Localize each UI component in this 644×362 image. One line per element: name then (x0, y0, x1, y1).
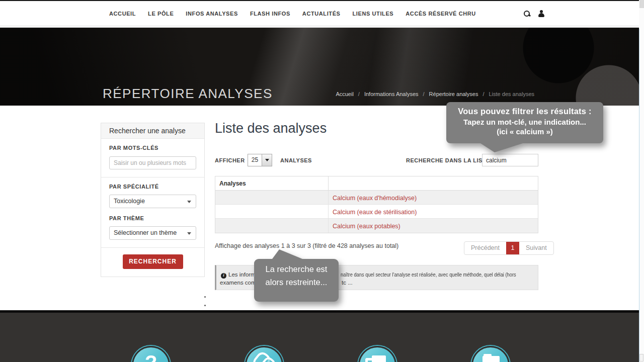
filter-tip-line3: (ici « calcium ») (446, 127, 603, 136)
hero-banner: RÉPERTOIRE ANALYSES Accueil / Informatio… (0, 28, 639, 106)
callout-tail (272, 249, 302, 259)
theme-label: PAR THÈME (109, 215, 196, 221)
analysis-link-potables[interactable]: Calcium (eaux potables) (333, 223, 400, 230)
results-summary: Affichage des analyses 1 à 3 sur 3 (filt… (215, 242, 398, 249)
theme-select[interactable]: Sélectionner un thème (109, 226, 196, 240)
info-text-fragment: naître dans quel secteur l'analyse est r… (341, 272, 516, 278)
artifact-dot (204, 305, 206, 306)
keywords-section: PAR MOTS-CLÉS (101, 139, 204, 177)
list-title: Liste des analyses (215, 121, 327, 136)
table-row: Calcium (eaux d'hémodialyse) (215, 191, 538, 205)
search-button[interactable]: RECHERCHER (123, 254, 183, 269)
search-panel: Rechercher une analyse PAR MOTS-CLÉS PAR… (101, 123, 205, 277)
specialty-label: PAR SPÉCIALITÉ (109, 184, 196, 190)
nav-le-pole[interactable]: LE PÔLE (148, 11, 174, 17)
footer-link-mug[interactable] (358, 346, 396, 362)
breadcrumb: Accueil / Informations Analyses / Répert… (336, 91, 534, 97)
footer-link-question[interactable] (132, 346, 170, 362)
breadcrumb-separator: / (423, 91, 425, 97)
breadcrumb-accueil[interactable]: Accueil (336, 91, 353, 97)
restrict-tip-line1: La recherche est (254, 264, 339, 274)
pagination-page-1[interactable]: 1 (506, 242, 519, 254)
page-size-value: 25 (248, 154, 262, 166)
keywords-label: PAR MOTS-CLÉS (109, 145, 196, 151)
nav-acces-reserve-chru[interactable]: ACCÈS RÉSERVÉ CHRU (406, 11, 476, 17)
list-filter-input[interactable] (482, 154, 538, 166)
analysis-link-sterilisation[interactable]: Calcium (eaux de stérilisation) (333, 209, 417, 216)
scrollbar (639, 0, 644, 362)
user-icon[interactable] (538, 10, 545, 18)
scrollbar-thumb[interactable] (639, 0, 644, 8)
breadcrumb-repertoire-analyses[interactable]: Répertoire analyses (429, 91, 478, 97)
pagination: Précédent 1 Suivant (464, 241, 554, 255)
table-row: Calcium (eaux de stérilisation) (215, 205, 538, 219)
search-icon[interactable] (523, 10, 531, 18)
table-row: Calcium (eaux potables) (215, 219, 538, 233)
chevron-down-icon (262, 154, 272, 166)
search-panel-title: Rechercher une analyse (101, 123, 204, 139)
footer-link-attachments[interactable] (245, 346, 283, 362)
breadcrumb-separator: / (482, 91, 484, 97)
filter-tip-callout: Vous pouvez filtrer les résultats : Tape… (446, 102, 603, 152)
page-size-select[interactable]: 25 (248, 154, 272, 166)
nav-infos-analyses[interactable]: INFOS ANALYSES (186, 11, 238, 17)
keywords-input[interactable] (109, 156, 196, 169)
pagination-previous[interactable]: Précédent (464, 242, 506, 254)
callout-tail (480, 143, 523, 152)
chevron-down-icon (187, 232, 191, 235)
theme-selected-value: Sélectionner un thème (114, 229, 177, 236)
page-title: RÉPERTOIRE ANALYSES (103, 86, 273, 102)
nav-actualites[interactable]: ACTUALITÉS (302, 11, 341, 17)
scrollbar-bottom-button[interactable] (639, 354, 643, 361)
info-text-fragment: tc ... (342, 280, 353, 286)
breadcrumb-separator: / (358, 91, 360, 97)
nav-accueil[interactable]: ACCUEIL (109, 11, 136, 17)
scrollbar-track-edge (639, 29, 639, 362)
filters-section: PAR SPÉCIALITÉ Toxicologie PAR THÈME Sél… (101, 177, 204, 248)
analyses-table: Analyses Calcium (eaux d'hémodialyse) Ca… (215, 176, 538, 233)
main-nav: ACCUEIL LE PÔLE INFOS ANALYSES FLASH INF… (109, 1, 476, 26)
nav-flash-infos[interactable]: FLASH INFOS (250, 11, 290, 17)
show-label: AFFICHER (215, 157, 245, 163)
show-unit-label: ANALYSES (280, 157, 312, 163)
analysis-link-hemodialyse[interactable]: Calcium (eaux d'hémodialyse) (333, 195, 417, 202)
top-icons (523, 1, 545, 26)
specialty-select[interactable]: Toxicologie (109, 195, 196, 208)
restrict-tip-callout: La recherche est alors restreinte... (254, 249, 339, 302)
restrict-tip-line2: alors restreinte... (254, 278, 339, 287)
page: ACCUEIL LE PÔLE INFOS ANALYSES FLASH INF… (0, 0, 644, 362)
button-section: RECHERCHER (101, 248, 204, 277)
question-mark-icon (133, 347, 169, 362)
filter-tip-line1: Vous pouvez filtrer les résultats : (446, 107, 603, 116)
breadcrumb-informations-analyses[interactable]: Informations Analyses (364, 91, 419, 97)
pagination-next[interactable]: Suivant (519, 242, 553, 254)
footer (0, 310, 639, 362)
nav-liens-utiles[interactable]: LIENS UTILES (353, 11, 394, 17)
list-filter-label: RECHERCHE DANS LA LISTE : (406, 157, 494, 163)
footer-link-documents[interactable] (471, 346, 510, 362)
info-icon (221, 273, 226, 279)
table-header-analyses: Analyses (215, 176, 329, 190)
specialty-selected-value: Toxicologie (114, 198, 145, 205)
chevron-down-icon (187, 201, 191, 203)
top-bar: ACCUEIL LE PÔLE INFOS ANALYSES FLASH INF… (0, 0, 644, 25)
table-header-row: Analyses (215, 176, 538, 191)
breadcrumb-current: Liste des analyses (489, 91, 535, 97)
artifact-dot (204, 296, 206, 298)
filter-tip-line2: Tapez un mot-clé, une indication... (446, 118, 603, 126)
